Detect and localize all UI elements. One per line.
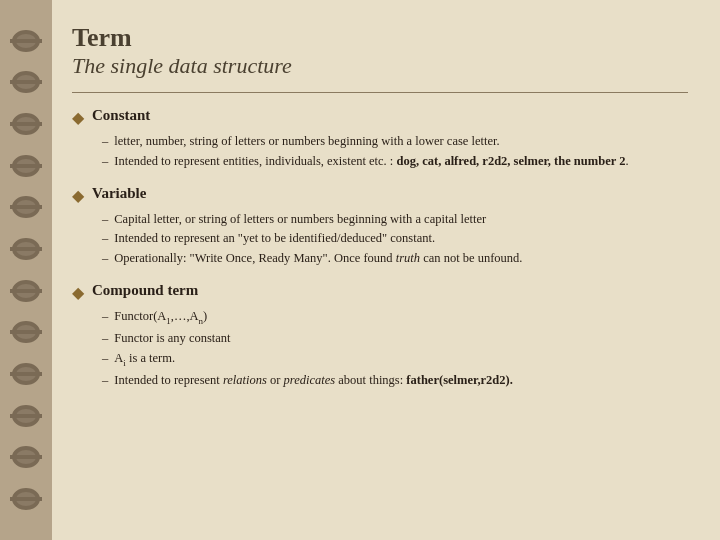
spiral-ring-4 <box>12 155 40 177</box>
constant-items: – letter, number, string of letters or n… <box>72 132 688 171</box>
compound-items: – Functor(A1,…,An) – Functor is any cons… <box>72 307 688 390</box>
item-text: Intended to represent relations or predi… <box>114 371 688 390</box>
section-compound: ◆ Compound term – Functor(A1,…,An) – Fun… <box>72 282 688 390</box>
list-item: – Functor is any constant <box>102 329 688 348</box>
list-item: – Intended to represent entities, indivi… <box>102 152 688 171</box>
list-item: – Functor(A1,…,An) <box>102 307 688 328</box>
section-constant-title: Constant <box>92 107 150 124</box>
content-area: Term The single data structure ◆ Constan… <box>52 0 720 540</box>
slide-title: Term <box>72 22 688 53</box>
slide-subtitle: The single data structure <box>72 53 688 79</box>
bullet-variable: ◆ <box>72 186 84 205</box>
slide-container: Term The single data structure ◆ Constan… <box>0 0 720 540</box>
section-constant-header: ◆ Constant <box>72 107 688 127</box>
item-text: Operationally: "Write Once, Ready Many".… <box>114 249 688 268</box>
spiral-ring-12 <box>12 488 40 510</box>
spiral-ring-9 <box>12 363 40 385</box>
spiral-ring-7 <box>12 280 40 302</box>
list-item: – Ai is a term. <box>102 349 688 370</box>
spiral-ring-10 <box>12 405 40 427</box>
item-text: Intended to represent entities, individu… <box>114 152 688 171</box>
header-divider <box>72 92 688 94</box>
section-variable-title: Variable <box>92 185 146 202</box>
item-text: Intended to represent an "yet to be iden… <box>114 229 688 248</box>
list-item: – Capital letter, or string of letters o… <box>102 210 688 229</box>
variable-items: – Capital letter, or string of letters o… <box>72 210 688 268</box>
spiral-binding <box>0 0 52 540</box>
spiral-ring-8 <box>12 321 40 343</box>
spiral-ring-1 <box>12 30 40 52</box>
slide-header: Term The single data structure <box>72 22 688 80</box>
spiral-ring-11 <box>12 446 40 468</box>
list-item: – Intended to represent an "yet to be id… <box>102 229 688 248</box>
section-variable-header: ◆ Variable <box>72 185 688 205</box>
spiral-ring-3 <box>12 113 40 135</box>
item-text: Capital letter, or string of letters or … <box>114 210 688 229</box>
section-variable: ◆ Variable – Capital letter, or string o… <box>72 185 688 268</box>
spiral-ring-6 <box>12 238 40 260</box>
list-item: – letter, number, string of letters or n… <box>102 132 688 151</box>
section-compound-title: Compound term <box>92 282 198 299</box>
item-text: Functor is any constant <box>114 329 688 348</box>
spiral-ring-5 <box>12 196 40 218</box>
section-compound-header: ◆ Compound term <box>72 282 688 302</box>
section-constant: ◆ Constant – letter, number, string of l… <box>72 107 688 171</box>
item-text: Functor(A1,…,An) <box>114 307 688 328</box>
list-item: – Operationally: "Write Once, Ready Many… <box>102 249 688 268</box>
bullet-compound: ◆ <box>72 283 84 302</box>
item-text: Ai is a term. <box>114 349 688 370</box>
bullet-constant: ◆ <box>72 108 84 127</box>
list-item: – Intended to represent relations or pre… <box>102 371 688 390</box>
spiral-ring-2 <box>12 71 40 93</box>
item-text: letter, number, string of letters or num… <box>114 132 688 151</box>
